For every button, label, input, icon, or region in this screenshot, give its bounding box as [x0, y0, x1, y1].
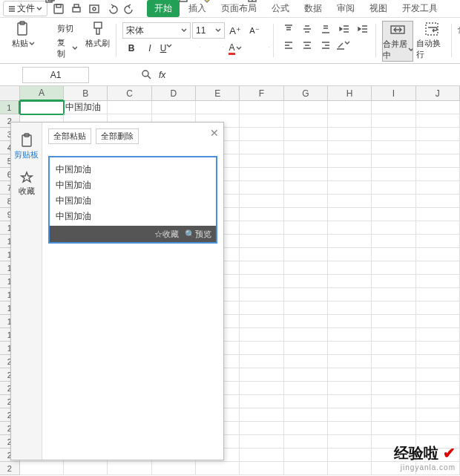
cell[interactable] [328, 368, 372, 382]
cell[interactable] [416, 168, 460, 181]
align-bottom-button[interactable] [317, 21, 335, 37]
cell[interactable] [328, 248, 372, 261]
cell[interactable] [64, 462, 108, 475]
qat-print[interactable] [68, 1, 85, 16]
cell[interactable] [328, 288, 372, 301]
cell[interactable] [372, 114, 415, 128]
cell[interactable] [372, 195, 415, 208]
cell[interactable] [240, 208, 283, 221]
cell[interactable] [284, 342, 328, 355]
cell[interactable] [240, 141, 283, 154]
cell[interactable] [372, 248, 415, 261]
cell[interactable] [416, 408, 460, 422]
cell[interactable] [328, 235, 372, 248]
cell[interactable] [284, 328, 328, 342]
cell[interactable] [20, 462, 64, 475]
cell[interactable] [372, 208, 415, 221]
cell[interactable] [328, 195, 372, 208]
border-button[interactable] [178, 40, 200, 56]
bold-button[interactable]: B [122, 40, 140, 56]
cell[interactable] [284, 395, 328, 408]
cell[interactable] [372, 275, 415, 288]
cell[interactable] [196, 101, 240, 114]
cell[interactable] [328, 382, 372, 395]
cell[interactable] [284, 435, 328, 449]
cell[interactable] [240, 114, 283, 128]
cell[interactable] [20, 101, 64, 114]
cell[interactable] [240, 235, 283, 248]
qat-redo[interactable] [122, 1, 138, 16]
decrease-indent-button[interactable] [335, 21, 353, 37]
clipboard-item[interactable]: 中国加油 [53, 162, 213, 177]
cell[interactable] [328, 114, 372, 128]
cell[interactable] [416, 195, 460, 208]
cell[interactable] [372, 235, 415, 248]
cell[interactable] [372, 368, 415, 382]
cell[interactable] [416, 382, 460, 395]
cell[interactable] [416, 181, 460, 195]
cell[interactable] [372, 422, 415, 435]
cell[interactable] [328, 154, 372, 168]
cell[interactable] [416, 395, 460, 408]
qat-undo[interactable] [104, 1, 120, 16]
cell[interactable] [240, 275, 283, 288]
cell[interactable] [108, 462, 151, 475]
cell[interactable] [328, 208, 372, 221]
cell[interactable] [372, 328, 415, 342]
cell[interactable] [240, 462, 283, 475]
close-panel-button[interactable]: ✕ [210, 127, 219, 139]
delete-all-button[interactable]: 全部删除 [96, 128, 139, 144]
cell[interactable] [240, 342, 283, 355]
paste-button[interactable]: 粘贴 [9, 21, 38, 61]
preview-action[interactable]: 🔍预览 [185, 229, 211, 240]
cell[interactable] [328, 315, 372, 328]
cell[interactable] [416, 261, 460, 275]
name-box[interactable]: A1 [22, 67, 89, 83]
cell[interactable] [284, 355, 328, 368]
cell[interactable] [284, 382, 328, 395]
cell[interactable] [284, 195, 328, 208]
cell[interactable] [328, 422, 372, 435]
cell[interactable] [284, 368, 328, 382]
cell[interactable] [328, 301, 372, 315]
tab-data[interactable]: 数据 [298, 0, 328, 18]
cell[interactable] [240, 221, 283, 235]
cell[interactable] [284, 248, 328, 261]
cell[interactable] [240, 422, 283, 435]
cell[interactable] [328, 101, 372, 114]
cell[interactable] [284, 449, 328, 462]
cell[interactable] [284, 235, 328, 248]
cell[interactable] [328, 342, 372, 355]
cell[interactable] [328, 395, 372, 408]
increase-font-button[interactable]: A⁺ [226, 22, 244, 39]
cell[interactable] [240, 181, 283, 195]
underline-button[interactable]: U [160, 40, 177, 56]
cell[interactable] [240, 449, 283, 462]
cell[interactable] [240, 248, 283, 261]
cell[interactable] [240, 355, 283, 368]
col-header-A[interactable]: A [20, 86, 64, 101]
cell[interactable] [416, 342, 460, 355]
clipboard-item[interactable]: 中国加油 [53, 209, 213, 224]
cell[interactable] [240, 261, 283, 275]
cell[interactable] [372, 315, 415, 328]
italic-button[interactable]: I [141, 40, 159, 56]
cell[interactable] [240, 395, 283, 408]
cell[interactable] [372, 101, 415, 114]
orientation-button[interactable] [335, 37, 353, 53]
cell[interactable] [196, 462, 240, 475]
cell[interactable] [328, 141, 372, 154]
cell[interactable] [240, 154, 283, 168]
clipboard-tab[interactable]: 剪贴板 [11, 128, 42, 165]
cell[interactable] [240, 368, 283, 382]
cell[interactable] [284, 208, 328, 221]
cell[interactable] [372, 355, 415, 368]
cell[interactable] [416, 235, 460, 248]
col-header-H[interactable]: H [328, 86, 372, 101]
cell[interactable] [328, 128, 372, 141]
cell[interactable] [416, 101, 460, 114]
cell[interactable] [416, 355, 460, 368]
cell[interactable] [284, 275, 328, 288]
cell[interactable] [284, 408, 328, 422]
align-center-button[interactable] [298, 37, 316, 53]
